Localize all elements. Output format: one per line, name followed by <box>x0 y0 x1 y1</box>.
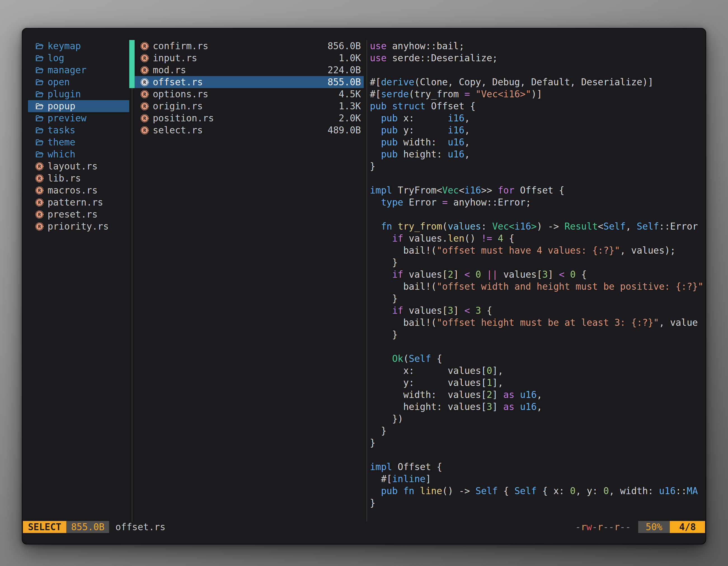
selection-marker <box>129 52 135 64</box>
entry-label: manager <box>48 64 86 76</box>
sidebar-folder-open[interactable]: open <box>28 76 129 88</box>
file-size: 1.0K <box>339 52 361 64</box>
svg-text:R: R <box>38 224 41 229</box>
entry-label: layout.rs <box>48 160 98 172</box>
entry-label: tasks <box>48 124 75 136</box>
file-permissions: -rw-r--r-- <box>575 521 631 533</box>
selection-marker <box>129 112 135 124</box>
code-line-21: bail!("offset width and height must be p… <box>370 281 706 292</box>
file-row-mod-rs[interactable]: Rmod.rs224.0B <box>129 64 364 76</box>
sidebar-folder-log[interactable]: log <box>28 52 129 64</box>
parent-directory-pane: keymaplogmanageropenpluginpopuppreviewta… <box>28 40 129 233</box>
code-line-26 <box>370 340 706 353</box>
svg-text:R: R <box>143 128 146 133</box>
rust-icon: R <box>140 78 149 87</box>
file-row-offset-rs[interactable]: Roffset.rs855.0B <box>129 76 364 88</box>
code-line-13: impl TryFrom<Vec<i16>> for Offset { <box>370 184 706 196</box>
mode-badge: SELECT <box>23 521 66 533</box>
sidebar-file-priority-rs[interactable]: Rpriority.rs <box>28 220 129 233</box>
selection-marker <box>129 124 135 136</box>
status-filename: offset.rs <box>115 521 165 533</box>
rust-icon: R <box>140 53 149 63</box>
file-size: 2.0K <box>339 112 361 124</box>
file-name: offset.rs <box>153 76 203 88</box>
code-line-5: #[serde(try_from = "Vec<i16>")] <box>370 88 706 100</box>
code-line-12 <box>370 172 706 184</box>
code-line-23: if values[3] < 3 { <box>370 304 706 316</box>
code-line-2: use serde::Deserialize; <box>370 52 706 64</box>
code-line-18: bail!("offset must have 4 values: {:?}",… <box>370 245 706 257</box>
file-row-options-rs[interactable]: Roptions.rs4.5K <box>129 88 364 100</box>
svg-text:R: R <box>38 176 41 181</box>
open-folder-icon <box>35 126 44 135</box>
sidebar-folder-theme[interactable]: theme <box>28 136 129 148</box>
sidebar-folder-which[interactable]: which <box>28 148 129 160</box>
entry-label: plugin <box>48 88 81 100</box>
file-row-confirm-rs[interactable]: Rconfirm.rs856.0B <box>129 40 364 52</box>
pane-divider-right <box>367 40 367 522</box>
rust-icon: R <box>140 41 149 51</box>
open-folder-icon <box>35 150 44 159</box>
code-line-15 <box>370 208 706 220</box>
svg-text:R: R <box>143 91 146 97</box>
open-folder-icon <box>35 138 44 147</box>
code-line-38: pub fn line() -> Self { Self { x: 0, y: … <box>370 485 706 497</box>
sidebar-folder-keymap[interactable]: keymap <box>28 40 129 52</box>
sidebar-file-preset-rs[interactable]: Rpreset.rs <box>28 208 129 220</box>
file-row-position-rs[interactable]: Rposition.rs2.0K <box>129 112 364 124</box>
selection-marker <box>129 40 135 52</box>
desktop-background: keymaplogmanageropenpluginpopuppreviewta… <box>0 0 728 566</box>
status-bar: SELECT 855.0B offset.rs -rw-r--r-- 50% 4… <box>23 521 705 533</box>
sidebar-folder-plugin[interactable]: plugin <box>28 88 129 100</box>
file-name: origin.rs <box>153 100 203 112</box>
file-size: 1.3K <box>339 100 361 112</box>
code-line-14: type Error = anyhow::Error; <box>370 196 706 208</box>
file-size-badge: 855.0B <box>66 521 109 533</box>
code-line-16: fn try_from(values: Vec<i16>) -> Result<… <box>370 220 706 233</box>
code-line-39: } <box>370 497 706 509</box>
sidebar-folder-popup[interactable]: popup <box>28 100 129 112</box>
sidebar-file-lib-rs[interactable]: Rlib.rs <box>28 172 129 184</box>
code-line-30: width: values[2] as u16, <box>370 389 706 401</box>
code-line-1: use anyhow::bail; <box>370 40 706 52</box>
selection-marker <box>129 64 135 76</box>
sidebar-file-macros-rs[interactable]: Rmacros.rs <box>28 184 129 196</box>
code-line-35 <box>370 449 706 461</box>
entry-label: preview <box>48 112 86 124</box>
file-size: 224.0B <box>328 64 361 76</box>
file-name: position.rs <box>153 112 214 124</box>
code-line-37: #[inline] <box>370 473 706 485</box>
file-name: confirm.rs <box>153 40 208 52</box>
entry-label: preset.rs <box>48 208 98 220</box>
sidebar-folder-tasks[interactable]: tasks <box>28 124 129 136</box>
entry-label: which <box>48 148 75 160</box>
file-name: select.rs <box>153 124 203 136</box>
rust-icon: R <box>35 162 44 171</box>
rust-icon: R <box>35 186 44 195</box>
file-row-input-rs[interactable]: Rinput.rs1.0K <box>129 52 364 64</box>
rust-icon: R <box>140 126 149 135</box>
entry-label: open <box>48 76 70 88</box>
open-folder-icon <box>35 65 44 75</box>
entry-label: log <box>48 52 64 64</box>
sidebar-file-layout-rs[interactable]: Rlayout.rs <box>28 160 129 172</box>
entry-label: macros.rs <box>48 184 98 196</box>
sidebar-folder-preview[interactable]: preview <box>28 112 129 124</box>
svg-text:R: R <box>143 55 146 61</box>
file-row-select-rs[interactable]: Rselect.rs489.0B <box>129 124 364 136</box>
rust-icon: R <box>140 102 149 111</box>
sidebar-folder-manager[interactable]: manager <box>28 64 129 76</box>
code-line-27: Ok(Self { <box>370 353 706 365</box>
code-line-8: pub y: i16, <box>370 124 706 136</box>
code-line-33: } <box>370 425 706 437</box>
selection-marker <box>129 76 135 88</box>
rust-icon: R <box>140 114 149 123</box>
svg-text:R: R <box>143 104 146 109</box>
open-folder-icon <box>35 114 44 123</box>
rust-icon: R <box>35 198 44 207</box>
entry-label: lib.rs <box>48 172 81 184</box>
file-preview-pane: use anyhow::bail;use serde::Deserialize;… <box>370 40 706 509</box>
file-name: options.rs <box>153 88 208 100</box>
sidebar-file-pattern-rs[interactable]: Rpattern.rs <box>28 196 129 208</box>
file-row-origin-rs[interactable]: Rorigin.rs1.3K <box>129 100 364 112</box>
